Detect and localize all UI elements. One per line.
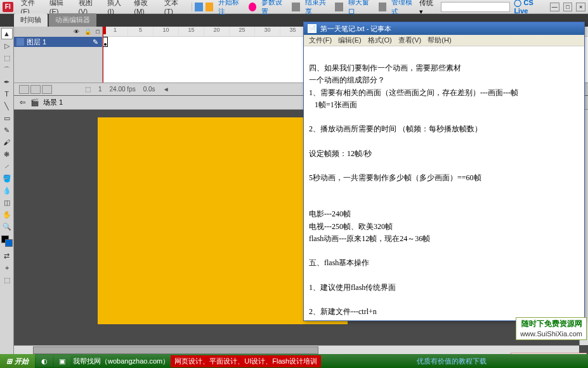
new-folder-button[interactable] bbox=[30, 85, 41, 94]
np-menu-file[interactable]: 文件(F) bbox=[306, 36, 334, 45]
layer-row[interactable]: 图层 1 ✎ bbox=[14, 37, 102, 47]
color-swatches[interactable] bbox=[1, 235, 13, 249]
selection-tool-icon[interactable]: ▲ bbox=[1, 28, 13, 39]
layer-name: 图层 1 bbox=[27, 37, 46, 47]
windows-logo-icon: ⊞ bbox=[6, 357, 12, 365]
scroll-left-icon[interactable]: ◄ bbox=[163, 86, 169, 93]
paint-bucket-tool-icon[interactable]: 🪣 bbox=[1, 173, 13, 184]
new-layer-button[interactable] bbox=[19, 85, 29, 94]
timeline-layers: 👁 🔒 □ 图层 1 ✎ bbox=[14, 27, 103, 82]
horizontal-scrollbar[interactable] bbox=[14, 345, 579, 354]
flash-logo-icon: Fl bbox=[3, 2, 13, 12]
back-icon[interactable]: ⇦ bbox=[18, 98, 27, 107]
settings-icon[interactable] bbox=[249, 3, 257, 11]
np-menu-view[interactable]: 查看(V) bbox=[396, 36, 424, 45]
notepad-title: 第一天笔记.txt - 记事本 bbox=[320, 24, 391, 34]
stop-icon[interactable] bbox=[292, 3, 300, 11]
bone-tool-icon[interactable]: ⟋ bbox=[1, 161, 13, 172]
notepad-icon: 📄 bbox=[308, 24, 317, 33]
pen-tool-icon[interactable]: ✒ bbox=[1, 76, 13, 88]
taskbar-right-text: 优质有价值的教程下载 bbox=[417, 357, 487, 366]
layout-dropdown[interactable]: 传统 ▾ bbox=[419, 0, 437, 16]
free-transform-tool-icon[interactable]: ⬚ bbox=[1, 52, 13, 63]
taskbar-courses: 网页设计、平面设计、UI设计、Flash设计培训 bbox=[171, 355, 321, 367]
outline-icon[interactable]: □ bbox=[96, 29, 100, 35]
pencil-tool-icon[interactable]: ✎ bbox=[1, 124, 13, 136]
scene-name[interactable]: 场景 1 bbox=[43, 98, 63, 107]
line-tool-icon[interactable]: ╲ bbox=[1, 100, 13, 112]
np-menu-help[interactable]: 帮助(H) bbox=[425, 36, 454, 45]
tab-timeline[interactable]: 时间轴 bbox=[14, 13, 48, 27]
end-share-label[interactable]: 结束共享 bbox=[303, 0, 333, 16]
time-display: 0.0s bbox=[143, 86, 155, 93]
scrollbar-thumb[interactable] bbox=[33, 346, 318, 354]
option-icon[interactable]: ⬚ bbox=[1, 274, 13, 286]
watermark-suishixia: 随时下免费资源网 www.SuiShiXia.com bbox=[516, 317, 587, 340]
lasso-tool-icon[interactable]: ⌒ bbox=[1, 64, 13, 76]
taskbar-site: 我帮找网（wobangzhao.com） bbox=[73, 357, 169, 366]
pencil-icon[interactable] bbox=[206, 3, 214, 11]
notepad-body[interactable]: 四、如果我们要制作一个动画，需要那些素材 一个动画的组成部分？ 1、需要有相关的… bbox=[304, 46, 584, 320]
current-frame: 1 bbox=[98, 86, 102, 93]
param-settings-label[interactable]: 参数设置 bbox=[259, 0, 289, 16]
eyedropper-tool-icon[interactable]: 💧 bbox=[1, 185, 13, 196]
notepad-window[interactable]: 📄 第一天笔记.txt - 记事本 文件(F) 编辑(E) 格式(O) 查看(V… bbox=[303, 22, 585, 321]
keyframe[interactable] bbox=[103, 37, 108, 47]
onion-skin-icon[interactable]: ⬚ bbox=[85, 86, 91, 93]
rectangle-tool-icon[interactable]: ▭ bbox=[1, 112, 13, 124]
snap-icon[interactable]: ⌖ bbox=[1, 262, 13, 273]
playhead[interactable] bbox=[103, 27, 103, 82]
notepad-menubar: 文件(F) 编辑(E) 格式(O) 查看(V) 帮助(H) bbox=[304, 35, 584, 46]
swap-colors-icon[interactable]: ⇄ bbox=[1, 250, 13, 261]
delete-layer-button[interactable] bbox=[42, 85, 52, 94]
layer-header: 👁 🔒 □ bbox=[14, 27, 102, 37]
brush-tool-icon[interactable]: 🖌 bbox=[1, 136, 13, 148]
menu-modify[interactable]: 修改(M) bbox=[130, 0, 160, 15]
quick-launch-icon[interactable]: ▣ bbox=[54, 355, 70, 367]
close-button[interactable]: × bbox=[576, 3, 585, 11]
admin-mode-label[interactable]: 管理模式 bbox=[389, 0, 419, 16]
quick-launch-icon[interactable]: ◐ bbox=[36, 355, 53, 367]
eraser-tool-icon[interactable]: ◫ bbox=[1, 197, 13, 208]
hand-tool-icon[interactable]: ✋ bbox=[1, 209, 13, 220]
start-annotate-label[interactable]: 开始标注 bbox=[216, 0, 246, 16]
lock-icon[interactable]: 🔒 bbox=[84, 29, 91, 35]
deco-tool-icon[interactable]: ❋ bbox=[1, 148, 13, 160]
annotate-icon[interactable] bbox=[195, 3, 203, 11]
scene-icon: 🎬 bbox=[30, 98, 39, 107]
zoom-tool-icon[interactable]: 🔍 bbox=[1, 221, 13, 232]
windows-taskbar: ⊞ 开始 ◐ ▣ 我帮找网（wobangzhao.com） 网页设计、平面设计、… bbox=[0, 354, 588, 368]
admin-icon[interactable] bbox=[379, 3, 387, 11]
np-menu-edit[interactable]: 编辑(E) bbox=[336, 36, 364, 45]
restore-button[interactable]: □ bbox=[563, 3, 573, 11]
notepad-titlebar[interactable]: 📄 第一天笔记.txt - 记事本 bbox=[304, 22, 584, 35]
fps-display: 24.00 fps bbox=[110, 86, 136, 93]
annotation-toolbar: 开始标注 参数设置 结束共享 聊天窗口 管理模式 bbox=[195, 0, 419, 16]
subselection-tool-icon[interactable]: ▷ bbox=[1, 40, 13, 51]
text-tool-icon[interactable]: T bbox=[1, 88, 13, 100]
start-button[interactable]: ⊞ 开始 bbox=[0, 354, 35, 368]
eye-icon[interactable]: 👁 bbox=[74, 29, 79, 35]
np-menu-format[interactable]: 格式(O) bbox=[365, 36, 395, 45]
cs-live-button[interactable]: ◯ CS Live bbox=[514, 0, 546, 15]
minimize-button[interactable]: — bbox=[550, 3, 559, 11]
app-menubar: Fl 文件(F) 编辑(E) 视图(V) 插入(I) 修改(M) 文本(T) 开… bbox=[0, 0, 588, 14]
tab-motion-editor[interactable]: 动画编辑器 bbox=[49, 13, 96, 27]
chat-window-label[interactable]: 聊天窗口 bbox=[346, 0, 376, 16]
layer-pencil-icon: ✎ bbox=[93, 38, 98, 46]
toolbox: ▲ ▷ ⬚ ⌒ ✒ T ╲ ▭ ✎ 🖌 ❋ ⟋ 🪣 💧 ◫ ✋ 🔍 ⇄ ⌖ ⬚ bbox=[0, 27, 14, 354]
menu-text[interactable]: 文本(T) bbox=[160, 0, 189, 15]
chat-icon[interactable] bbox=[335, 3, 343, 11]
layer-icon bbox=[16, 38, 24, 46]
search-input[interactable] bbox=[441, 2, 510, 12]
separator bbox=[192, 3, 192, 11]
menu-insert[interactable]: 插入(I) bbox=[103, 0, 130, 15]
